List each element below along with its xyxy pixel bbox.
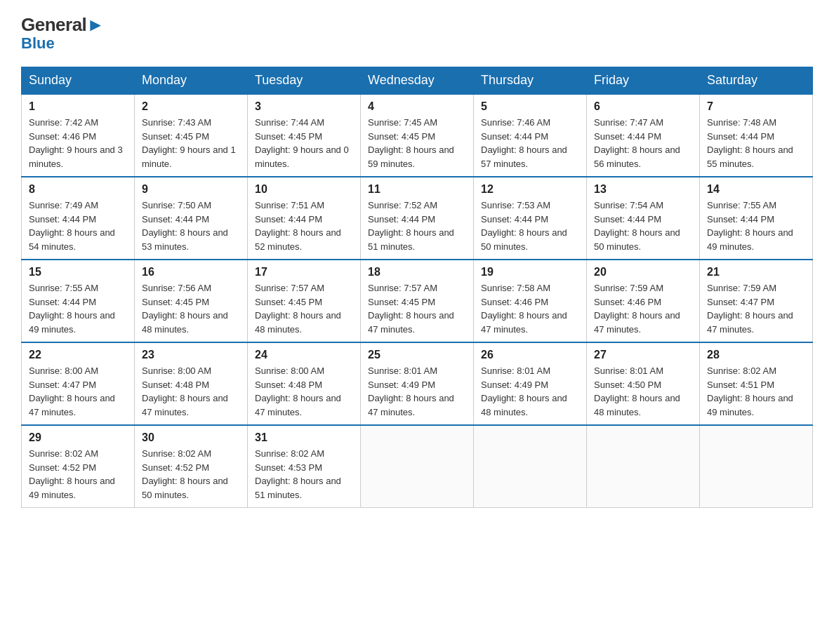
day-number: 24 [255, 349, 353, 361]
day-info: Sunrise: 7:56 AM Sunset: 4:45 PM Dayligh… [142, 281, 240, 336]
calendar-cell: 29 Sunrise: 8:02 AM Sunset: 4:52 PM Dayl… [22, 425, 135, 508]
day-info: Sunrise: 7:45 AM Sunset: 4:45 PM Dayligh… [368, 116, 466, 170]
day-number: 9 [142, 183, 240, 196]
day-info: Sunrise: 7:51 AM Sunset: 4:44 PM Dayligh… [255, 199, 353, 253]
calendar-cell: 27 Sunrise: 8:01 AM Sunset: 4:50 PM Dayl… [587, 342, 700, 425]
week-row-3: 15 Sunrise: 7:55 AM Sunset: 4:44 PM Dayl… [22, 260, 813, 342]
header-saturday: Saturday [700, 67, 813, 95]
calendar-cell: 15 Sunrise: 7:55 AM Sunset: 4:44 PM Dayl… [22, 260, 135, 342]
day-info: Sunrise: 7:52 AM Sunset: 4:44 PM Dayligh… [368, 199, 466, 253]
day-info: Sunrise: 8:00 AM Sunset: 4:48 PM Dayligh… [255, 364, 353, 419]
calendar-cell: 12 Sunrise: 7:53 AM Sunset: 4:44 PM Dayl… [474, 177, 587, 260]
day-info: Sunrise: 7:42 AM Sunset: 4:46 PM Dayligh… [29, 116, 127, 170]
logo-general: General► [21, 14, 105, 36]
calendar-cell: 9 Sunrise: 7:50 AM Sunset: 4:44 PM Dayli… [135, 177, 248, 260]
calendar-cell: 31 Sunrise: 8:02 AM Sunset: 4:53 PM Dayl… [248, 425, 361, 508]
day-info: Sunrise: 7:55 AM Sunset: 4:44 PM Dayligh… [707, 199, 805, 253]
day-number: 17 [255, 266, 353, 279]
day-number: 16 [142, 266, 240, 279]
day-number: 3 [255, 100, 353, 113]
week-row-4: 22 Sunrise: 8:00 AM Sunset: 4:47 PM Dayl… [22, 342, 813, 425]
calendar-cell [474, 425, 587, 508]
day-info: Sunrise: 7:43 AM Sunset: 4:45 PM Dayligh… [142, 116, 240, 170]
calendar-cell: 21 Sunrise: 7:59 AM Sunset: 4:47 PM Dayl… [700, 260, 813, 342]
header-thursday: Thursday [474, 67, 587, 95]
calendar-cell [587, 425, 700, 508]
day-info: Sunrise: 8:02 AM Sunset: 4:51 PM Dayligh… [707, 364, 805, 419]
day-info: Sunrise: 8:02 AM Sunset: 4:52 PM Dayligh… [142, 447, 240, 502]
day-number: 10 [255, 183, 353, 196]
calendar-cell: 30 Sunrise: 8:02 AM Sunset: 4:52 PM Dayl… [135, 425, 248, 508]
page-header: General► Blue [21, 14, 813, 53]
calendar-cell: 19 Sunrise: 7:58 AM Sunset: 4:46 PM Dayl… [474, 260, 587, 342]
day-number: 26 [481, 349, 579, 361]
header-sunday: Sunday [22, 67, 135, 95]
day-number: 18 [368, 266, 466, 279]
calendar-cell: 7 Sunrise: 7:48 AM Sunset: 4:44 PM Dayli… [700, 94, 813, 177]
day-number: 28 [707, 349, 805, 361]
calendar-cell: 20 Sunrise: 7:59 AM Sunset: 4:46 PM Dayl… [587, 260, 700, 342]
calendar-cell: 16 Sunrise: 7:56 AM Sunset: 4:45 PM Dayl… [135, 260, 248, 342]
day-number: 20 [594, 266, 692, 279]
calendar-table: SundayMondayTuesdayWednesdayThursdayFrid… [21, 67, 813, 508]
day-info: Sunrise: 8:02 AM Sunset: 4:52 PM Dayligh… [29, 447, 127, 502]
day-number: 8 [29, 183, 127, 196]
day-info: Sunrise: 7:49 AM Sunset: 4:44 PM Dayligh… [29, 199, 127, 253]
header-friday: Friday [587, 67, 700, 95]
day-number: 4 [368, 100, 466, 113]
day-number: 6 [594, 100, 692, 113]
calendar-cell: 11 Sunrise: 7:52 AM Sunset: 4:44 PM Dayl… [361, 177, 474, 260]
day-info: Sunrise: 8:01 AM Sunset: 4:49 PM Dayligh… [481, 364, 579, 419]
day-number: 11 [368, 183, 466, 196]
calendar-header-row: SundayMondayTuesdayWednesdayThursdayFrid… [22, 67, 813, 95]
calendar-cell: 14 Sunrise: 7:55 AM Sunset: 4:44 PM Dayl… [700, 177, 813, 260]
calendar-cell: 26 Sunrise: 8:01 AM Sunset: 4:49 PM Dayl… [474, 342, 587, 425]
day-number: 27 [594, 349, 692, 361]
week-row-5: 29 Sunrise: 8:02 AM Sunset: 4:52 PM Dayl… [22, 425, 813, 508]
day-number: 21 [707, 266, 805, 279]
day-info: Sunrise: 8:00 AM Sunset: 4:47 PM Dayligh… [29, 364, 127, 419]
day-number: 25 [368, 349, 466, 361]
calendar-cell: 22 Sunrise: 8:00 AM Sunset: 4:47 PM Dayl… [22, 342, 135, 425]
calendar-cell: 17 Sunrise: 7:57 AM Sunset: 4:45 PM Dayl… [248, 260, 361, 342]
day-number: 14 [707, 183, 805, 196]
calendar-cell: 4 Sunrise: 7:45 AM Sunset: 4:45 PM Dayli… [361, 94, 474, 177]
logo: General► Blue [21, 14, 105, 53]
calendar-cell [361, 425, 474, 508]
day-info: Sunrise: 7:48 AM Sunset: 4:44 PM Dayligh… [707, 116, 805, 170]
day-info: Sunrise: 7:59 AM Sunset: 4:46 PM Dayligh… [594, 281, 692, 336]
day-info: Sunrise: 8:01 AM Sunset: 4:50 PM Dayligh… [594, 364, 692, 419]
calendar-cell: 6 Sunrise: 7:47 AM Sunset: 4:44 PM Dayli… [587, 94, 700, 177]
day-number: 30 [142, 431, 240, 444]
day-info: Sunrise: 7:55 AM Sunset: 4:44 PM Dayligh… [29, 281, 127, 336]
day-info: Sunrise: 7:50 AM Sunset: 4:44 PM Dayligh… [142, 199, 240, 253]
day-info: Sunrise: 7:47 AM Sunset: 4:44 PM Dayligh… [594, 116, 692, 170]
day-number: 1 [29, 100, 127, 113]
day-info: Sunrise: 7:44 AM Sunset: 4:45 PM Dayligh… [255, 116, 353, 170]
header-monday: Monday [135, 67, 248, 95]
calendar-cell: 1 Sunrise: 7:42 AM Sunset: 4:46 PM Dayli… [22, 94, 135, 177]
day-info: Sunrise: 8:00 AM Sunset: 4:48 PM Dayligh… [142, 364, 240, 419]
calendar-cell: 5 Sunrise: 7:46 AM Sunset: 4:44 PM Dayli… [474, 94, 587, 177]
calendar-cell: 13 Sunrise: 7:54 AM Sunset: 4:44 PM Dayl… [587, 177, 700, 260]
calendar-cell: 2 Sunrise: 7:43 AM Sunset: 4:45 PM Dayli… [135, 94, 248, 177]
week-row-2: 8 Sunrise: 7:49 AM Sunset: 4:44 PM Dayli… [22, 177, 813, 260]
day-number: 29 [29, 431, 127, 444]
day-number: 22 [29, 349, 127, 361]
day-number: 5 [481, 100, 579, 113]
day-info: Sunrise: 8:02 AM Sunset: 4:53 PM Dayligh… [255, 447, 353, 502]
day-info: Sunrise: 7:46 AM Sunset: 4:44 PM Dayligh… [481, 116, 579, 170]
day-info: Sunrise: 7:59 AM Sunset: 4:47 PM Dayligh… [707, 281, 805, 336]
day-info: Sunrise: 7:57 AM Sunset: 4:45 PM Dayligh… [368, 281, 466, 336]
calendar-cell [700, 425, 813, 508]
day-number: 13 [594, 183, 692, 196]
day-info: Sunrise: 8:01 AM Sunset: 4:49 PM Dayligh… [368, 364, 466, 419]
week-row-1: 1 Sunrise: 7:42 AM Sunset: 4:46 PM Dayli… [22, 94, 813, 177]
calendar-cell: 8 Sunrise: 7:49 AM Sunset: 4:44 PM Dayli… [22, 177, 135, 260]
logo-blue: Blue [21, 34, 105, 53]
day-number: 23 [142, 349, 240, 361]
day-info: Sunrise: 7:57 AM Sunset: 4:45 PM Dayligh… [255, 281, 353, 336]
calendar-cell: 3 Sunrise: 7:44 AM Sunset: 4:45 PM Dayli… [248, 94, 361, 177]
day-number: 19 [481, 266, 579, 279]
calendar-cell: 25 Sunrise: 8:01 AM Sunset: 4:49 PM Dayl… [361, 342, 474, 425]
